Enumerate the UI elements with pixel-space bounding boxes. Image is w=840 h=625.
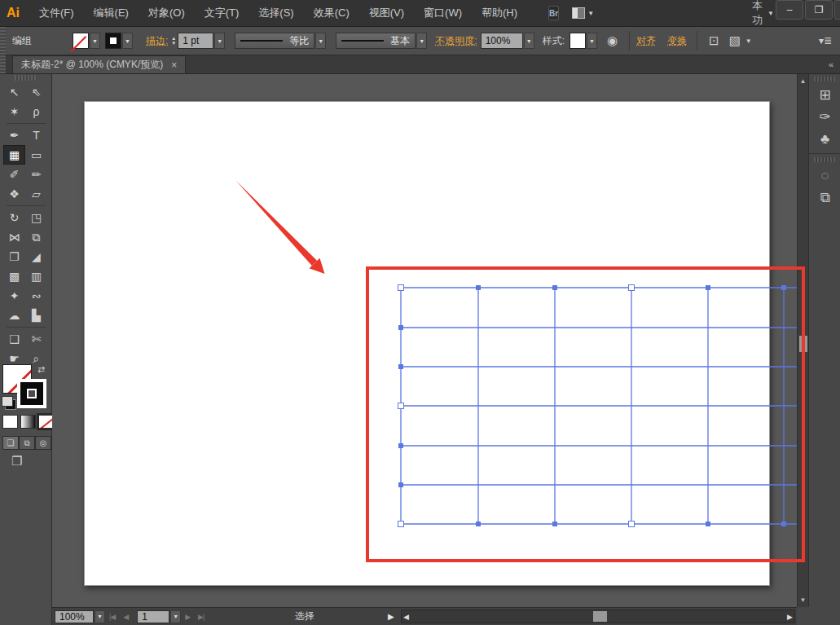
scale-tool[interactable]: ◳ <box>25 208 47 227</box>
default-fill-stroke-icon[interactable] <box>2 396 13 407</box>
style-swatch[interactable] <box>570 33 586 49</box>
menu-item-4[interactable]: 选择(S) <box>250 2 301 24</box>
symbol-sprayer-tool[interactable]: ☁ <box>3 306 25 325</box>
blend-tool[interactable]: ∾ <box>25 286 47 306</box>
mesh-tool[interactable]: ▩ <box>3 266 25 286</box>
fill-color-control[interactable]: ▼ <box>73 33 100 49</box>
slice-tool[interactable]: ✄ <box>25 329 47 349</box>
menu-item-6[interactable]: 视图(V) <box>361 2 412 24</box>
dock-collapse-icon[interactable]: « <box>829 59 833 69</box>
dock-grip[interactable] <box>814 77 835 81</box>
perspective-grid-tool[interactable]: ◢ <box>25 247 47 266</box>
selection-tool[interactable]: ↖ <box>3 82 25 102</box>
paintbrush-tool[interactable]: ✐ <box>3 165 25 184</box>
stroke-weight-stepper[interactable]: ▲▼ <box>171 36 176 46</box>
chevron-down-icon[interactable]: ▼ <box>214 33 225 49</box>
menu-item-5[interactable]: 效果(C) <box>306 2 358 24</box>
stroke-swatch[interactable] <box>17 379 46 408</box>
fill-none-swatch[interactable] <box>73 33 89 49</box>
chevron-down-icon[interactable]: ▼ <box>315 33 326 49</box>
horizontal-scrollbar[interactable]: ◀ ▶ <box>401 610 795 623</box>
document-tab[interactable]: 未标题-2* @ 100% (CMYK/预览) × <box>12 55 186 73</box>
chevron-down-icon[interactable]: ▼ <box>170 610 181 623</box>
chevron-down-icon[interactable]: ▼ <box>524 33 534 49</box>
brushes-panel-icon[interactable]: ✑ <box>809 106 840 128</box>
chevron-down-icon[interactable]: ▼ <box>416 33 427 49</box>
scroll-down-icon[interactable]: ▼ <box>798 596 808 604</box>
next-artboard-icon[interactable]: ▶ <box>185 613 190 621</box>
select-similar-icon[interactable]: ▧ <box>729 33 741 48</box>
style-control[interactable]: ▼ <box>570 33 597 49</box>
panel-menu-icon[interactable]: ▾≣ <box>819 35 832 46</box>
magic-wand-tool[interactable]: ✶ <box>3 102 25 121</box>
shape-builder-tool[interactable]: ❐ <box>3 247 25 266</box>
stroke-panel-link[interactable]: 描边: <box>146 34 168 48</box>
bridge-button[interactable]: Br <box>548 6 559 20</box>
recolor-artwork-icon[interactable]: ◉ <box>607 33 618 48</box>
lasso-tool[interactable]: ρ <box>25 102 47 121</box>
toolbar-grip[interactable] <box>15 75 37 81</box>
artboard-tool[interactable]: ❑ <box>3 329 25 349</box>
appearance-panel-icon[interactable]: ◌ <box>809 165 840 187</box>
width-tool[interactable]: ⋈ <box>3 227 25 247</box>
menu-item-2[interactable]: 对象(O) <box>140 2 193 24</box>
menu-item-7[interactable]: 窗口(W) <box>416 2 470 24</box>
previous-artboard-icon[interactable]: ◀ <box>123 613 128 621</box>
stroke-color-control[interactable]: ▼ <box>105 33 133 49</box>
pencil-tool[interactable]: ✏ <box>25 165 47 184</box>
chevron-down-icon[interactable]: ▼ <box>122 33 133 49</box>
direct-selection-tool[interactable]: ⇖ <box>25 82 47 102</box>
draw-behind-icon[interactable]: ⧉ <box>19 436 35 450</box>
type-tool[interactable]: T <box>25 125 47 145</box>
dock-grip[interactable] <box>814 157 835 162</box>
gradient-tool[interactable]: ▥ <box>25 266 47 286</box>
zoom-level-field[interactable]: 100% <box>55 610 94 623</box>
menu-item-3[interactable]: 文字(T) <box>196 2 248 24</box>
chevron-down-icon[interactable]: ▼ <box>745 37 752 45</box>
draw-normal-icon[interactable]: ❏ <box>2 436 19 450</box>
eyedropper-tool[interactable]: ✦ <box>3 286 25 306</box>
menu-item-0[interactable]: 文件(F) <box>31 2 82 24</box>
artboards-panel-icon[interactable]: ⧉ <box>809 187 840 209</box>
symbols-panel-icon[interactable]: ♣ <box>809 128 840 150</box>
status-expand-icon[interactable]: ▶ <box>388 612 394 621</box>
minimize-button[interactable]: – <box>776 0 803 20</box>
close-tab-icon[interactable]: × <box>171 59 177 71</box>
transform-panel-link[interactable]: 变换 <box>667 34 687 48</box>
menu-item-1[interactable]: 编辑(E) <box>86 2 137 24</box>
rectangular-grid-tool[interactable]: ▦ <box>3 145 25 165</box>
stroke-color-swatch[interactable] <box>105 33 121 49</box>
menu-item-8[interactable]: 帮助(H) <box>473 2 526 24</box>
screen-mode-icon[interactable]: ❐ <box>11 454 22 469</box>
stroke-weight-field[interactable]: 1 pt <box>178 33 213 49</box>
rectangle-tool[interactable]: ▭ <box>25 145 47 165</box>
swatches-panel-icon[interactable]: ⊞ <box>809 84 840 106</box>
width-profile-dropdown[interactable]: 等比 <box>235 33 314 49</box>
draw-inside-icon[interactable]: ◎ <box>35 436 51 450</box>
first-artboard-icon[interactable]: |◀ <box>109 613 115 621</box>
arrange-documents-button[interactable]: ▼ <box>572 7 594 19</box>
brush-definition-dropdown[interactable]: 基本 <box>336 33 416 49</box>
chevron-down-icon[interactable]: ▼ <box>95 610 105 623</box>
maximize-button[interactable]: ❐ <box>805 0 833 20</box>
scroll-left-icon[interactable]: ◀ <box>403 613 409 621</box>
scroll-right-icon[interactable]: ▶ <box>787 613 793 621</box>
color-button[interactable] <box>2 415 18 429</box>
opacity-panel-link[interactable]: 不透明度: <box>435 34 477 48</box>
free-transform-tool[interactable]: ⧉ <box>25 227 47 247</box>
close-button[interactable]: ✕ <box>834 0 840 20</box>
eraser-tool[interactable]: ▱ <box>25 184 47 204</box>
swap-fill-stroke-icon[interactable]: ⇄ <box>37 364 45 375</box>
scroll-up-icon[interactable]: ▲ <box>798 77 808 85</box>
opacity-field[interactable]: 100% <box>481 33 523 49</box>
gradient-button[interactable] <box>20 415 36 429</box>
last-artboard-icon[interactable]: ▶| <box>198 613 204 621</box>
align-panel-link[interactable]: 对齐 <box>636 34 656 48</box>
controlbar-grip[interactable] <box>0 27 6 55</box>
blob-brush-tool[interactable]: ❖ <box>3 184 25 204</box>
canvas-area[interactable] <box>52 74 797 607</box>
chevron-down-icon[interactable]: ▼ <box>587 33 597 49</box>
pen-tool[interactable]: ✒ <box>3 125 25 145</box>
artboard-number-field[interactable]: 1 <box>137 610 169 623</box>
rotate-tool[interactable]: ↻ <box>3 208 25 227</box>
